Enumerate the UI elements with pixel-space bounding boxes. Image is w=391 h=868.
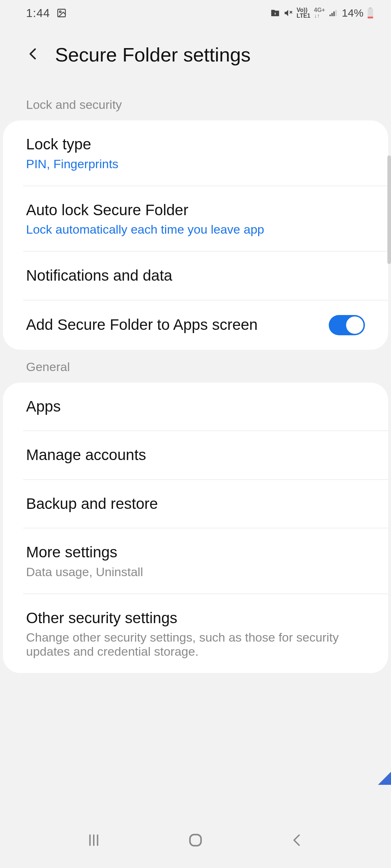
row-title: Add Secure Folder to Apps screen	[26, 315, 258, 335]
row-notifications-data[interactable]: Notifications and data	[23, 251, 388, 300]
row-manage-accounts[interactable]: Manage accounts	[23, 430, 388, 479]
app-bar: Secure Folder settings	[0, 26, 391, 88]
scrollbar[interactable]	[387, 156, 391, 264]
row-more-settings[interactable]: More settings Data usage, Uninstall	[23, 528, 388, 593]
svg-rect-7	[333, 12, 335, 16]
status-right: Vo))LTE1 4G+↓↑ 14%	[270, 7, 374, 19]
section-label-lock-security: Lock and security	[0, 88, 391, 120]
row-backup-restore[interactable]: Backup and restore	[23, 479, 388, 528]
row-add-to-apps-screen[interactable]: Add Secure Folder to Apps screen	[23, 300, 388, 350]
row-title: Manage accounts	[26, 446, 365, 465]
svg-point-1	[59, 11, 61, 13]
card-general: Apps Manage accounts Backup and restore …	[3, 383, 388, 673]
system-nav-bar	[0, 814, 391, 868]
row-lock-type[interactable]: Lock type PIN, Fingerprints	[3, 120, 388, 186]
svg-rect-2	[275, 13, 276, 14]
corner-badge-icon	[378, 772, 391, 785]
status-left: 1:44	[26, 7, 67, 20]
svg-rect-6	[332, 13, 333, 16]
row-title: Other security settings	[26, 609, 365, 628]
row-title: Notifications and data	[26, 266, 365, 285]
row-subtitle: PIN, Fingerprints	[26, 157, 365, 171]
status-time: 1:44	[26, 7, 50, 20]
svg-rect-11	[368, 17, 373, 18]
row-title: Lock type	[26, 135, 365, 154]
row-apps[interactable]: Apps	[3, 383, 388, 431]
nav-home-button[interactable]	[187, 832, 204, 850]
row-title: Apps	[26, 397, 365, 416]
nav-back-button[interactable]	[290, 833, 305, 849]
row-other-security-settings[interactable]: Other security settings Change other sec…	[23, 593, 388, 673]
row-title: More settings	[26, 543, 365, 562]
row-title: Backup and restore	[26, 494, 365, 514]
battery-percent: 14%	[342, 7, 363, 19]
network-4g-icon: 4G+↓↑	[314, 7, 325, 19]
section-label-general: General	[0, 350, 391, 383]
toggle-add-to-apps-screen[interactable]	[329, 315, 365, 335]
row-subtitle: Change other security settings, such as …	[26, 630, 365, 659]
svg-rect-15	[190, 835, 201, 846]
volte-icon: Vo))LTE1	[297, 7, 310, 19]
row-subtitle: Lock automatically each time you leave a…	[26, 222, 365, 237]
signal-icon	[329, 8, 338, 18]
row-title: Auto lock Secure Folder	[26, 201, 365, 220]
status-bar: 1:44 Vo))LTE1 4G+↓↑ 14%	[0, 0, 391, 26]
card-lock-security: Lock type PIN, Fingerprints Auto lock Se…	[3, 120, 388, 350]
mute-vibrate-icon	[283, 8, 293, 18]
svg-rect-5	[329, 14, 331, 16]
nav-recents-button[interactable]	[86, 833, 101, 849]
battery-icon	[367, 8, 374, 18]
row-auto-lock[interactable]: Auto lock Secure Folder Lock automatical…	[23, 186, 388, 251]
page-title: Secure Folder settings	[55, 43, 251, 66]
picture-icon	[56, 8, 67, 18]
secure-folder-status-icon	[270, 8, 280, 18]
svg-rect-9	[369, 8, 372, 9]
back-icon[interactable]	[26, 45, 41, 64]
row-subtitle: Data usage, Uninstall	[26, 565, 365, 579]
svg-rect-8	[335, 10, 336, 16]
